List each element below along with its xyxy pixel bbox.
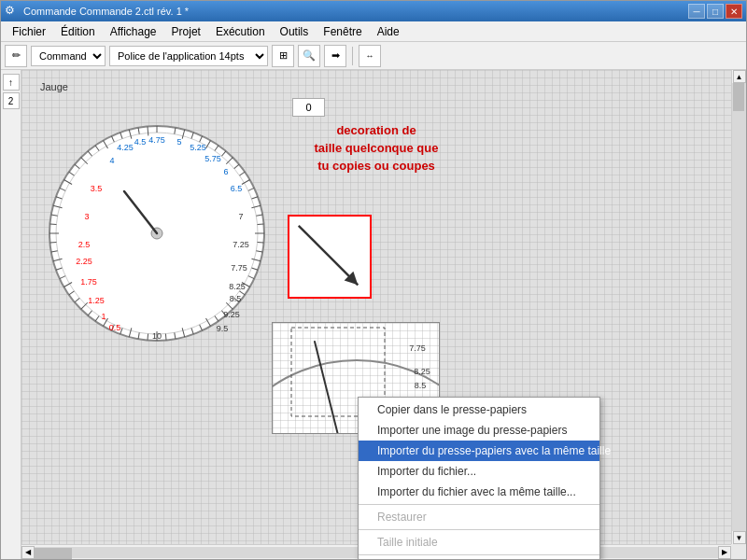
menu-execution[interactable]: Exécution [208, 23, 273, 40]
grid-button[interactable]: ⊞ [272, 45, 294, 67]
svg-text:8.25: 8.25 [229, 282, 246, 291]
zoom-button[interactable]: 🔍 [298, 45, 320, 67]
svg-text:5: 5 [176, 137, 181, 147]
menubar: Fichier Édition Affichage Projet Exécuti… [1, 21, 746, 42]
main-area: ↑ 2 Jauge [1, 70, 746, 559]
context-sep-3 [359, 554, 599, 555]
svg-text:8.25: 8.25 [414, 367, 430, 376]
context-item-import-file[interactable]: Importer du fichier... [359, 461, 599, 482]
svg-text:9.5: 9.5 [217, 324, 229, 333]
extra-btn[interactable]: ↔ [359, 45, 381, 67]
font-dropdown[interactable]: Police de l'application 14pts [109, 46, 268, 66]
vertical-scrollbar[interactable]: ▲ ▼ [731, 70, 746, 544]
context-item-image-element[interactable]: Élément d'image [359, 557, 599, 559]
svg-text:1.25: 1.25 [88, 296, 105, 305]
svg-text:5.75: 5.75 [204, 154, 221, 163]
svg-line-37 [165, 334, 166, 341]
svg-text:1: 1 [101, 312, 106, 321]
decoration-box[interactable] [288, 215, 372, 299]
scroll-right-arrow[interactable]: ▶ [718, 546, 731, 559]
window-controls: ─ □ ✕ [688, 4, 742, 19]
toolbar: ✏ Commande Police de l'application 14pts… [1, 42, 746, 70]
scroll-left-arrow[interactable]: ◀ [21, 546, 35, 559]
menu-outils[interactable]: Outils [273, 23, 317, 40]
svg-text:4.5: 4.5 [134, 137, 147, 147]
decoration-text: decoration de taille quelconque que tu c… [311, 121, 442, 175]
window-title: Commande Commande 2.ctl rév. 1 * [23, 6, 688, 17]
menu-fichier[interactable]: Fichier [5, 23, 53, 40]
menu-affichage[interactable]: Affichage [103, 23, 164, 40]
value-display: 0 [292, 98, 325, 117]
toolbar-sep [352, 47, 353, 65]
type-dropdown[interactable]: Commande [31, 46, 106, 66]
context-item-initial-size: Taille initiale [359, 532, 599, 553]
scroll-track-v[interactable] [732, 83, 746, 531]
context-item-import-same-size[interactable]: Importer du presse-papiers avec la même … [359, 441, 599, 461]
left-btn-2[interactable]: 2 [3, 92, 20, 109]
svg-text:4.25: 4.25 [117, 143, 134, 152]
svg-text:3: 3 [84, 212, 89, 221]
svg-text:8.5: 8.5 [415, 381, 427, 390]
app-icon: ⚙ [5, 4, 20, 19]
svg-line-19 [258, 224, 264, 225]
svg-text:0.5: 0.5 [109, 323, 121, 332]
scroll-thumb-h[interactable] [35, 548, 72, 559]
jauge-label: Jauge [40, 81, 68, 92]
canvas-area[interactable]: Jauge [21, 70, 746, 559]
svg-text:4: 4 [109, 156, 114, 165]
svg-text:10: 10 [152, 331, 162, 341]
menu-edition[interactable]: Édition [53, 23, 103, 40]
svg-text:7.25: 7.25 [233, 240, 249, 249]
svg-text:9.25: 9.25 [223, 310, 240, 319]
gauge-widget[interactable]: 4.75 5 5.25 4.5 5.75 4.25 4 6 3.5 6.5 3 … [35, 98, 269, 350]
context-sep-2 [359, 529, 599, 530]
scroll-down-arrow[interactable]: ▼ [733, 531, 746, 544]
svg-line-20 [258, 242, 264, 243]
minimize-button[interactable]: ─ [688, 4, 705, 19]
svg-text:2.5: 2.5 [78, 240, 91, 249]
svg-text:6.5: 6.5 [231, 184, 243, 193]
svg-text:7: 7 [238, 212, 243, 221]
context-item-import-clipboard[interactable]: Importer une image du presse-papiers [359, 420, 599, 441]
scroll-up-arrow[interactable]: ▲ [733, 70, 746, 83]
menu-projet[interactable]: Projet [164, 23, 208, 40]
svg-text:5.25: 5.25 [190, 143, 206, 152]
context-sep-1 [359, 504, 599, 505]
titlebar: ⚙ Commande Commande 2.ctl rév. 1 * ─ □ ✕ [1, 1, 746, 21]
svg-text:4.75: 4.75 [148, 135, 165, 145]
menu-fenetre[interactable]: Fenêtre [316, 23, 369, 40]
context-item-restore: Restaurer [359, 507, 599, 527]
svg-text:8.5: 8.5 [230, 294, 242, 303]
svg-text:7.75: 7.75 [231, 263, 247, 273]
close-button[interactable]: ✕ [726, 4, 742, 19]
svg-text:7.75: 7.75 [409, 343, 426, 353]
arrow-button[interactable]: ➡ [324, 45, 346, 67]
context-item-copy[interactable]: Copier dans le presse-papiers [359, 399, 599, 420]
svg-line-55 [49, 242, 56, 243]
scroll-thumb-v[interactable] [733, 83, 744, 111]
svg-text:2.25: 2.25 [76, 257, 92, 266]
svg-line-106 [315, 342, 357, 434]
pencil-button[interactable]: ✏ [5, 45, 27, 67]
main-window: ⚙ Commande Commande 2.ctl rév. 1 * ─ □ ✕… [0, 0, 747, 560]
svg-text:1.75: 1.75 [80, 277, 97, 287]
svg-text:3.5: 3.5 [91, 184, 103, 193]
context-item-import-file-same[interactable]: Importer du fichier avec la même taille.… [359, 482, 599, 502]
svg-line-56 [49, 224, 56, 225]
svg-text:6: 6 [223, 167, 228, 176]
left-btn-1[interactable]: ↑ [3, 74, 20, 91]
left-toolbar: ↑ 2 [1, 70, 21, 559]
svg-line-38 [148, 334, 148, 341]
context-menu: Copier dans le presse-papiers Importer u… [358, 397, 600, 559]
maximize-button[interactable]: □ [707, 4, 724, 19]
menu-aide[interactable]: Aide [370, 23, 407, 40]
